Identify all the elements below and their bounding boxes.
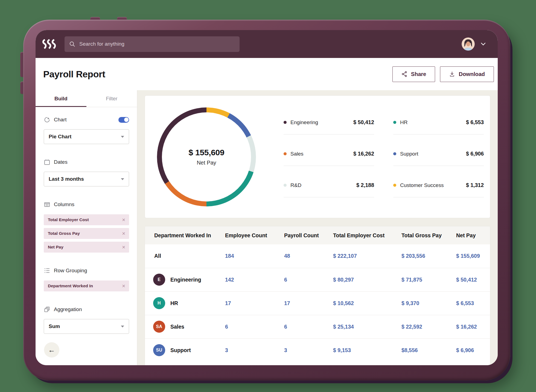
column-chip[interactable]: Net Pay ✕ xyxy=(44,242,129,253)
top-navigation-bar xyxy=(36,30,498,58)
app-body: Build Filter Chart xyxy=(36,90,498,365)
total-employer-cost-link[interactable]: $ 10,562 xyxy=(333,300,354,306)
chart-toggle[interactable] xyxy=(118,117,129,123)
employee-count-link[interactable]: 17 xyxy=(225,300,231,306)
donut-chart: $ 155,609 Net Pay xyxy=(157,107,256,206)
legend-dot xyxy=(393,121,396,124)
department-name: Sales xyxy=(170,324,184,330)
payroll-count-link[interactable]: 6 xyxy=(284,324,287,330)
global-search xyxy=(65,36,240,52)
column-chip[interactable]: Total Employer Cost ✕ xyxy=(44,214,129,225)
donut-center-label: $ 155,609 Net Pay xyxy=(157,107,256,206)
chart-type-select[interactable]: Pie Chart xyxy=(44,129,129,144)
department-avatar: SU xyxy=(153,344,165,356)
employee-count-link[interactable]: 3 xyxy=(225,347,228,353)
table-row-all: All 184 48 $ 222,107 $ 203,556 $ 155,609 xyxy=(145,244,490,268)
net-pay-link[interactable]: $ 155,609 xyxy=(456,253,480,259)
department-name: HR xyxy=(170,300,178,306)
department-name: All xyxy=(154,253,225,259)
total-employer-cost-link[interactable]: $ 25,134 xyxy=(333,324,354,330)
remove-chip-icon[interactable]: ✕ xyxy=(122,245,126,250)
department-avatar: H xyxy=(153,297,165,309)
table-header-row: Department Worked In Employee Count Payr… xyxy=(145,226,490,244)
legend-dot xyxy=(284,184,287,187)
total-employer-cost-link[interactable]: $ 9,153 xyxy=(333,347,351,353)
dates-section: Dates xyxy=(44,159,129,165)
pie-chart-icon xyxy=(44,116,50,123)
download-button[interactable]: Download xyxy=(440,66,494,82)
department-avatar: E xyxy=(153,274,165,286)
account-area xyxy=(462,37,486,51)
net-pay-caption: Net Pay xyxy=(197,160,216,166)
remove-chip-icon[interactable]: ✕ xyxy=(122,217,126,223)
chart-section: Chart xyxy=(44,116,129,123)
payroll-count-link[interactable]: 48 xyxy=(284,253,290,259)
legend-item-sales: Sales $ 16,262 xyxy=(284,151,374,166)
column-chip[interactable]: Total Gross Pay ✕ xyxy=(44,228,129,239)
row-grouping-label: Row Grouping xyxy=(54,268,87,274)
legend-dot xyxy=(284,121,287,124)
aggregation-select[interactable]: Sum xyxy=(44,319,129,334)
legend-item-rd: R&D $ 2,188 xyxy=(284,182,374,197)
total-employer-cost-link[interactable]: $ 80,297 xyxy=(333,277,354,283)
share-icon xyxy=(401,71,407,77)
columns-chips: Total Employer Cost ✕ Total Gross Pay ✕ … xyxy=(44,214,129,253)
columns-label: Columns xyxy=(54,201,74,207)
search-input[interactable] xyxy=(79,41,235,47)
columns-section: Columns xyxy=(44,201,129,208)
net-pay-link[interactable]: $ 6,906 xyxy=(456,347,474,353)
rippling-logo[interactable] xyxy=(42,39,56,49)
row-grouping-section: Row Grouping xyxy=(44,267,129,274)
legend-item-support: Support $ 6,906 xyxy=(393,151,484,166)
search-icon xyxy=(69,41,75,47)
employee-count-link[interactable]: 184 xyxy=(225,253,234,259)
remove-chip-icon[interactable]: ✕ xyxy=(122,283,126,289)
total-gross-pay-link[interactable]: $ 71,875 xyxy=(401,277,422,283)
total-gross-pay-link[interactable]: $8,556 xyxy=(401,347,418,353)
net-pay-link[interactable]: $ 16,262 xyxy=(456,324,477,330)
table-row-support: SU Support 3 3 $ 9,153 $8,556 $ 6,906 xyxy=(145,338,490,362)
net-pay-link[interactable]: $ 50,412 xyxy=(456,277,477,283)
department-name: Engineering xyxy=(170,277,201,283)
page-title: Payroll Report xyxy=(43,69,105,80)
total-employer-cost-link[interactable]: $ 222,107 xyxy=(333,253,357,259)
share-button[interactable]: Share xyxy=(392,66,435,82)
legend-item-engineering: Engineering $ 50,412 xyxy=(284,119,374,134)
user-avatar[interactable] xyxy=(462,37,475,51)
employee-count-link[interactable]: 6 xyxy=(225,324,228,330)
account-chevron-down-icon[interactable] xyxy=(481,42,486,46)
remove-chip-icon[interactable]: ✕ xyxy=(122,231,126,236)
tab-build[interactable]: Build xyxy=(36,90,86,107)
payroll-count-link[interactable]: 3 xyxy=(284,347,287,353)
table-row-sales: SA Sales 6 6 $ 25,134 $ 22,592 $ 16,262 xyxy=(145,315,490,338)
desktop-background: Payroll Report Share xyxy=(0,0,536,392)
net-pay-link[interactable]: $ 6,553 xyxy=(456,300,474,306)
legend-dot xyxy=(284,152,287,155)
total-gross-pay-link[interactable]: $ 9,370 xyxy=(401,300,419,306)
total-gross-pay-link[interactable]: $ 203,556 xyxy=(401,253,425,259)
back-arrow-icon: ← xyxy=(48,346,55,354)
aggregation-label: Aggregation xyxy=(54,306,82,312)
table-row-hr: H HR 17 17 $ 10,562 $ 9,370 $ 6,553 xyxy=(145,291,490,315)
legend-dot xyxy=(393,184,396,187)
payroll-count-link[interactable]: 6 xyxy=(284,277,287,283)
chart-label: Chart xyxy=(54,117,66,123)
date-range-select[interactable]: Last 3 months xyxy=(44,172,129,186)
legend-item-hr: HR $ 6,553 xyxy=(393,119,484,134)
tab-filter[interactable]: Filter xyxy=(86,90,137,107)
table-row-engineering: E Engineering 142 6 $ 80,297 $ 71,875 $ … xyxy=(145,268,490,291)
columns-icon xyxy=(44,201,50,208)
chevron-down-icon xyxy=(121,136,124,138)
payroll-count-link[interactable]: 17 xyxy=(284,300,290,306)
page-header: Payroll Report Share xyxy=(36,58,498,90)
payroll-table-card: Department Worked In Employee Count Payr… xyxy=(145,226,490,365)
total-gross-pay-link[interactable]: $ 22,592 xyxy=(401,324,422,330)
app-window: Payroll Report Share xyxy=(36,30,498,365)
row-grouping-icon xyxy=(44,267,50,274)
col-header-payroll-count: Payroll Count xyxy=(284,226,333,244)
col-header-department: Department Worked In xyxy=(145,226,225,244)
back-button[interactable]: ← xyxy=(44,342,59,358)
row-grouping-chip[interactable]: Department Worked In ✕ xyxy=(44,280,129,291)
employee-count-link[interactable]: 142 xyxy=(225,277,234,283)
report-content: $ 155,609 Net Pay Engineering $ 50,412 xyxy=(137,90,498,365)
